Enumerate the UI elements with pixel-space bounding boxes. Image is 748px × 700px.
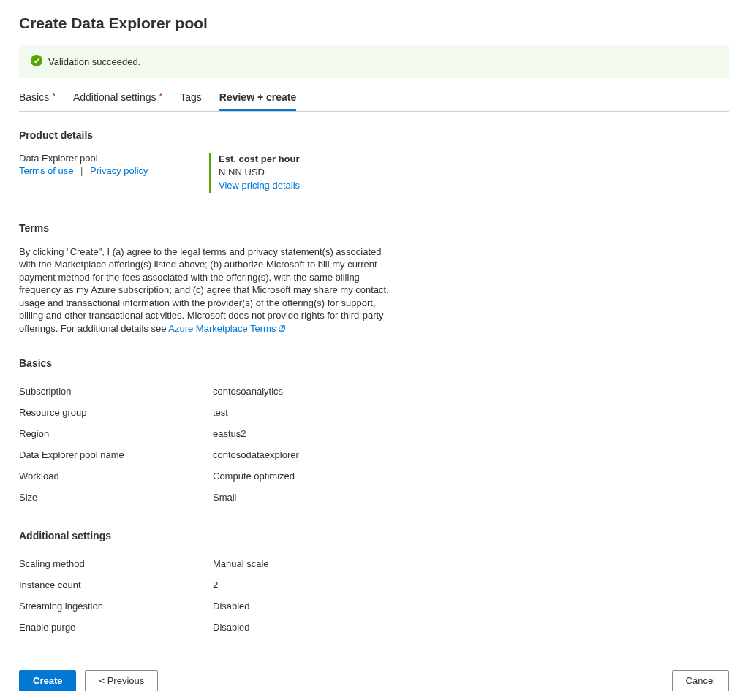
product-details-heading: Product details [19, 129, 729, 141]
tab-tags[interactable]: Tags [180, 91, 202, 111]
pricing-details-link[interactable]: View pricing details [219, 180, 300, 191]
create-button[interactable]: Create [19, 670, 76, 691]
page-title: Create Data Explorer pool [19, 15, 729, 32]
row-resource-group: Resource grouptest [19, 402, 729, 423]
tab-review-create[interactable]: Review + create [219, 91, 296, 111]
svg-point-0 [31, 55, 42, 66]
terms-heading: Terms [19, 222, 729, 234]
check-circle-icon [31, 55, 42, 69]
validation-text: Validation succeeded. [48, 56, 140, 67]
tab-basics[interactable]: Basics* [19, 91, 56, 111]
previous-button[interactable]: < Previous [85, 670, 158, 691]
divider: | [80, 165, 83, 176]
row-size: SizeSmall [19, 487, 729, 508]
terms-of-use-link[interactable]: Terms of use [19, 165, 73, 176]
cancel-button[interactable]: Cancel [672, 670, 729, 691]
cost-value: N.NN USD [219, 166, 300, 179]
external-link-icon [278, 323, 286, 336]
product-pool-name: Data Explorer pool [19, 153, 209, 164]
row-subscription: Subscriptioncontosoanalytics [19, 381, 729, 402]
marketplace-terms-link[interactable]: Azure Marketplace Terms [168, 323, 286, 334]
privacy-policy-link[interactable]: Privacy policy [90, 165, 148, 176]
row-streaming-ingestion: Streaming ingestionDisabled [19, 596, 729, 617]
footer-bar: Create < Previous Cancel [0, 661, 748, 691]
row-pool-name: Data Explorer pool namecontosodataexplor… [19, 444, 729, 465]
row-workload: WorkloadCompute optimized [19, 465, 729, 487]
row-enable-purge: Enable purgeDisabled [19, 617, 729, 638]
tab-additional-settings[interactable]: Additional settings* [73, 91, 162, 111]
row-region: Regioneastus2 [19, 423, 729, 444]
additional-settings-heading: Additional settings [19, 530, 729, 541]
row-scaling-method: Scaling methodManual scale [19, 553, 729, 574]
cost-label: Est. cost per hour [219, 153, 300, 166]
tabs-bar: Basics* Additional settings* Tags Review… [19, 91, 729, 112]
row-instance-count: Instance count2 [19, 574, 729, 596]
validation-banner: Validation succeeded. [19, 45, 729, 78]
basics-heading: Basics [19, 357, 729, 369]
terms-body: By clicking "Create", I (a) agree to the… [19, 246, 392, 336]
